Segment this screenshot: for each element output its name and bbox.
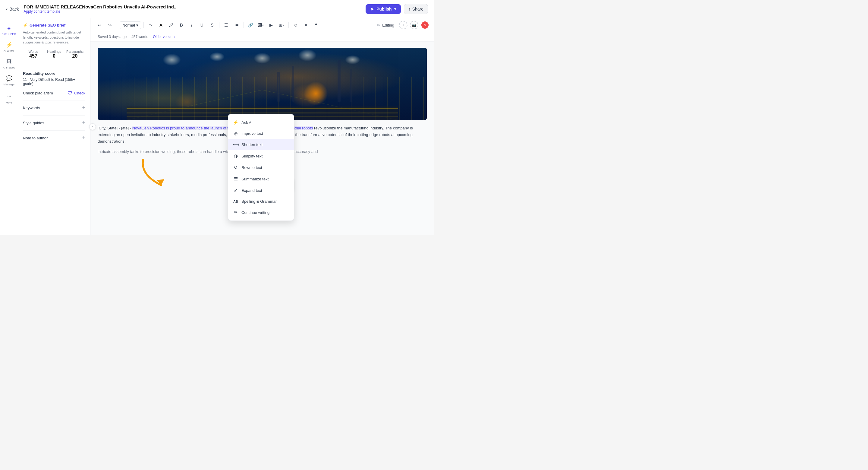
- table-chevron-icon: ▾: [282, 24, 284, 27]
- align-chevron-icon: ▾: [151, 24, 153, 27]
- share-button[interactable]: ↑ Share: [404, 4, 428, 14]
- check-shield-icon: 🛡: [67, 90, 72, 96]
- apply-template-link[interactable]: Apply content template: [24, 9, 176, 13]
- text-color-button[interactable]: A: [156, 21, 165, 30]
- sidebar-item-ai-images[interactable]: 🖼 AI Images: [0, 56, 18, 72]
- svg-point-4: [345, 55, 360, 64]
- collapse-sidebar-button[interactable]: ‹: [89, 123, 96, 130]
- page-title: FOR IMMEDIATE RELEASENovaGen Robotics Un…: [24, 4, 176, 9]
- users-row: + 📷 N: [399, 21, 429, 29]
- ai-menu-simplify-text[interactable]: ◑ Simplify text: [228, 150, 294, 162]
- note-to-author-label: Note to author: [23, 136, 48, 140]
- check-link[interactable]: Check: [74, 91, 85, 95]
- editor-statusbar: Saved 3 days ago 457 words Older version…: [90, 32, 434, 41]
- ai-menu-continue-writing[interactable]: ✏ Continue writing: [228, 207, 294, 218]
- topbar-actions: ➤ Publish ▾ ↑ Share: [366, 4, 428, 14]
- sidebar-item-label-more: More: [6, 101, 12, 104]
- main-layout: ◈ Brief + SEO ⚡ AI Writer 🖼 AI Images 💬 …: [0, 18, 434, 235]
- publish-label: Publish: [376, 7, 392, 11]
- improve-text-label: Improve text: [241, 131, 263, 136]
- publish-button[interactable]: ➤ Publish ▾: [366, 4, 401, 14]
- ai-menu-ask-ai[interactable]: ⚡ Ask AI: [228, 117, 294, 128]
- readability-label: Readability score: [23, 71, 85, 76]
- svg-rect-13: [350, 69, 352, 102]
- avatar-add[interactable]: +: [399, 21, 407, 29]
- text-style-dropdown[interactable]: Normal ▾: [120, 22, 141, 29]
- sidebar-item-more[interactable]: ··· More: [0, 89, 18, 107]
- numbered-list-button[interactable]: ≔: [232, 21, 241, 30]
- ai-menu-summarize-text[interactable]: ☰ Summarize text: [228, 173, 294, 185]
- svg-point-0: [163, 54, 181, 66]
- editor-content[interactable]: ⚡ Ask AI ◎ Improve text ⟷ Shorten text ◑…: [90, 41, 434, 235]
- svg-rect-11: [292, 66, 294, 102]
- hero-image: [98, 48, 427, 120]
- seo-title[interactable]: Generate SEO brief: [30, 23, 65, 27]
- seo-brief-section: ⚡ Generate SEO brief Auto-generated cont…: [23, 23, 85, 45]
- editing-status: ✏ Editing: [377, 23, 394, 27]
- italic-button[interactable]: I: [187, 21, 196, 30]
- plagiarism-label: Check plagiarism: [23, 91, 53, 95]
- ai-writer-icon: ⚡: [6, 41, 12, 48]
- underline-button[interactable]: U: [197, 21, 207, 30]
- image-button[interactable]: 🖼 ▾: [256, 21, 266, 30]
- arrow-annotation: [137, 156, 176, 190]
- style-guides-plus-icon[interactable]: +: [82, 120, 85, 126]
- older-versions-link[interactable]: Older versions: [153, 35, 176, 39]
- note-to-author-section[interactable]: Note to author +: [23, 130, 85, 145]
- ai-context-menu: ⚡ Ask AI ◎ Improve text ⟷ Shorten text ◑…: [228, 114, 294, 221]
- words-value: 457: [23, 53, 44, 59]
- readability-section: Readability score 11 - Very Difficult to…: [23, 64, 85, 86]
- note-to-author-plus-icon[interactable]: +: [82, 135, 85, 141]
- ai-menu-shorten-text[interactable]: ⟷ Shorten text: [228, 139, 294, 150]
- sidebar-item-label-ai-images: AI Images: [3, 66, 15, 69]
- emoji-button[interactable]: ☺: [291, 21, 300, 30]
- bold-button[interactable]: B: [177, 21, 186, 30]
- topbar: ‹ Back FOR IMMEDIATE RELEASENovaGen Robo…: [0, 0, 434, 18]
- keywords-plus-icon[interactable]: +: [82, 105, 85, 111]
- sidebar-item-brief-seo[interactable]: ◈ Brief + SEO: [0, 22, 18, 39]
- sidebar-item-message[interactable]: 💬 Message: [0, 72, 18, 89]
- sidebar-nav: ◈ Brief + SEO ⚡ AI Writer 🖼 AI Images 💬 …: [0, 18, 18, 235]
- ai-menu-spelling-grammar[interactable]: AB Spelling & Grammar: [228, 196, 294, 207]
- style-guides-label: Style guides: [23, 121, 44, 125]
- back-arrow-icon: ‹: [6, 6, 7, 12]
- editing-label-text: Editing: [382, 23, 394, 27]
- word-count: 457 words: [131, 35, 148, 39]
- saved-status: Saved 3 days ago: [98, 35, 127, 39]
- play-button[interactable]: ▶: [267, 21, 276, 30]
- redo-button[interactable]: ↪: [105, 21, 115, 30]
- more-icon: ···: [7, 92, 10, 100]
- undo-button[interactable]: ↩: [95, 21, 104, 30]
- simplify-text-icon: ◑: [233, 153, 239, 159]
- svg-marker-18: [157, 179, 164, 185]
- stats-row: Words 457 Headings 0 Paragraphs 20: [23, 50, 85, 59]
- ai-menu-improve-text[interactable]: ◎ Improve text: [228, 128, 294, 139]
- stat-headings: Headings 0: [44, 50, 64, 59]
- plagiarism-section[interactable]: Check plagiarism 🛡 Check: [23, 86, 85, 100]
- strikethrough-button[interactable]: S: [208, 21, 217, 30]
- sidebar-item-label-message: Message: [3, 83, 14, 86]
- image-chevron-icon: ▾: [262, 24, 264, 27]
- svg-point-5: [289, 84, 326, 108]
- keywords-section[interactable]: Keywords +: [23, 100, 85, 115]
- edit-pencil-icon: ✏: [377, 23, 380, 27]
- toolbar-divider-3: [219, 22, 219, 28]
- align-button[interactable]: ≡ ▾: [146, 21, 155, 30]
- highlight-button[interactable]: 🖍: [167, 21, 176, 30]
- svg-point-1: [210, 52, 224, 61]
- svg-rect-12: [338, 60, 341, 102]
- back-button[interactable]: ‹ Back: [6, 6, 19, 12]
- style-guides-section[interactable]: Style guides +: [23, 115, 85, 130]
- ai-menu-rewrite-text[interactable]: ↺ Rewrite text: [228, 162, 294, 173]
- expand-text-label: Expand text: [241, 188, 262, 193]
- table-button[interactable]: ⊞ ▾: [277, 21, 286, 30]
- link-button[interactable]: 🔗: [246, 21, 255, 30]
- ai-menu-expand-text[interactable]: ⤢ Expand text: [228, 185, 294, 196]
- svg-rect-15: [127, 108, 398, 109]
- quote-button[interactable]: ❝: [312, 21, 321, 30]
- sidebar-item-label-brief-seo: Brief + SEO: [2, 33, 16, 36]
- bullet-list-button[interactable]: ☰: [222, 21, 231, 30]
- stat-paragraphs: Paragraphs 20: [64, 50, 85, 59]
- clear-format-button[interactable]: ✕: [301, 21, 310, 30]
- sidebar-item-ai-writer[interactable]: ⚡ AI Writer: [0, 39, 18, 56]
